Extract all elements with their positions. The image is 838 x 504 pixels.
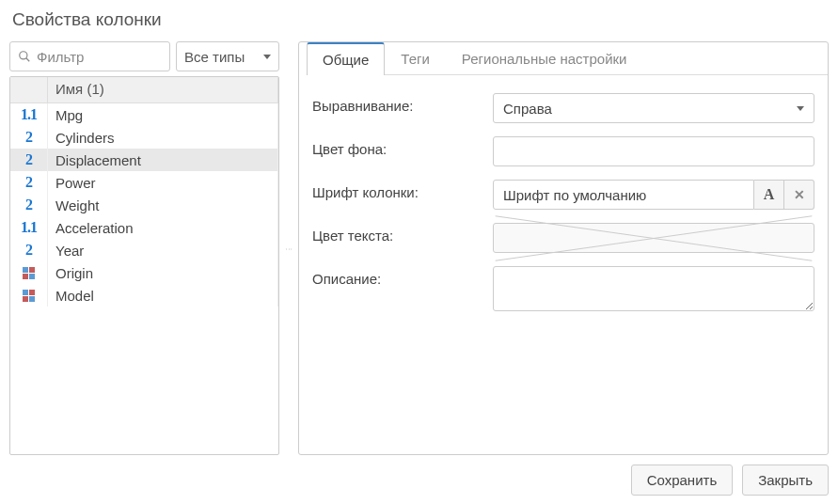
alignment-label: Выравнивание: <box>312 93 493 114</box>
font-label: Шрифт колонки: <box>312 180 493 200</box>
type-icon-cat <box>10 261 48 284</box>
right-panel: ОбщиеТегиРегиональные настройки Выравнив… <box>298 41 829 455</box>
left-panel: Все типы Имя (1) 1.1Mpg2Cylinders2Displa… <box>9 41 279 455</box>
chevron-down-icon <box>797 106 804 111</box>
save-button[interactable]: Сохранить <box>631 465 734 496</box>
splitter-handle[interactable]: ⋮ <box>287 41 291 455</box>
alignment-value: Справа <box>503 101 552 117</box>
grid-cell-name: Mpg <box>48 103 278 126</box>
grid-row[interactable]: 2Year <box>10 239 278 261</box>
grid-cell-name: Cylinders <box>48 126 278 149</box>
tab-general[interactable]: Общие <box>307 42 385 75</box>
grid-cell-name: Model <box>48 284 278 307</box>
grid-row[interactable]: 1.1Acceleration <box>10 216 278 239</box>
search-icon <box>18 50 31 63</box>
svg-line-1 <box>26 58 30 62</box>
grid-row[interactable]: 2Weight <box>10 194 278 216</box>
tab-tags[interactable]: Теги <box>385 42 446 75</box>
type-icon-float: 1.1 <box>10 103 48 126</box>
description-label: Описание: <box>312 266 493 287</box>
font-picker-button[interactable]: A <box>754 180 784 210</box>
font-icon: A <box>764 186 775 203</box>
column-grid: Имя (1) 1.1Mpg2Cylinders2Displacement2Po… <box>9 76 279 455</box>
type-icon-int: 2 <box>10 126 48 149</box>
grid-row[interactable]: 2Power <box>10 171 278 194</box>
type-filter-select[interactable]: Все типы <box>176 41 279 71</box>
type-icon-int: 2 <box>10 171 48 194</box>
grid-header-name-col[interactable]: Имя (1) <box>48 77 278 102</box>
alignment-select[interactable]: Справа <box>493 93 814 123</box>
textcolor-label: Цвет текста: <box>312 223 493 244</box>
splitter-dots-icon: ⋮ <box>287 245 291 252</box>
grid-cell-name: Acceleration <box>48 216 278 239</box>
close-button[interactable]: Закрыть <box>742 465 829 496</box>
grid-cell-name: Displacement <box>48 149 278 171</box>
filter-input-wrap[interactable] <box>9 41 170 71</box>
type-icon-int: 2 <box>10 149 48 171</box>
grid-cell-name: Power <box>48 171 278 194</box>
type-icon-int: 2 <box>10 239 48 261</box>
font-value: Шрифт по умолчанию <box>503 187 646 203</box>
type-filter-label: Все типы <box>184 49 245 65</box>
description-textarea[interactable] <box>493 266 814 311</box>
filter-input[interactable] <box>37 49 162 65</box>
type-icon-cat <box>10 284 48 307</box>
type-icon-float: 1.1 <box>10 216 48 239</box>
bgcolor-input[interactable] <box>493 136 814 166</box>
grid-row[interactable]: 2Displacement <box>10 149 278 171</box>
grid-row[interactable]: Origin <box>10 261 278 284</box>
chevron-down-icon <box>263 55 271 59</box>
bgcolor-label: Цвет фона: <box>312 136 493 157</box>
textcolor-input[interactable] <box>493 223 814 253</box>
tab-content-general: Выравнивание: Справа Цвет фона: Шрифт ко… <box>299 76 828 344</box>
grid-header: Имя (1) <box>10 77 278 103</box>
grid-cell-name: Weight <box>48 194 278 216</box>
svg-point-0 <box>20 52 27 59</box>
grid-cell-name: Year <box>48 239 278 261</box>
close-icon: ✕ <box>794 187 805 202</box>
font-input[interactable]: Шрифт по умолчанию <box>493 180 754 210</box>
grid-row[interactable]: 1.1Mpg <box>10 103 278 126</box>
grid-header-icon-col[interactable] <box>10 77 48 102</box>
font-clear-button[interactable]: ✕ <box>784 180 814 210</box>
type-icon-int: 2 <box>10 194 48 216</box>
grid-cell-name: Origin <box>48 261 278 284</box>
grid-row[interactable]: 2Cylinders <box>10 126 278 149</box>
dialog-title: Свойства колонки <box>9 9 829 30</box>
tab-regional[interactable]: Региональные настройки <box>446 42 643 75</box>
grid-row[interactable]: Model <box>10 284 278 307</box>
